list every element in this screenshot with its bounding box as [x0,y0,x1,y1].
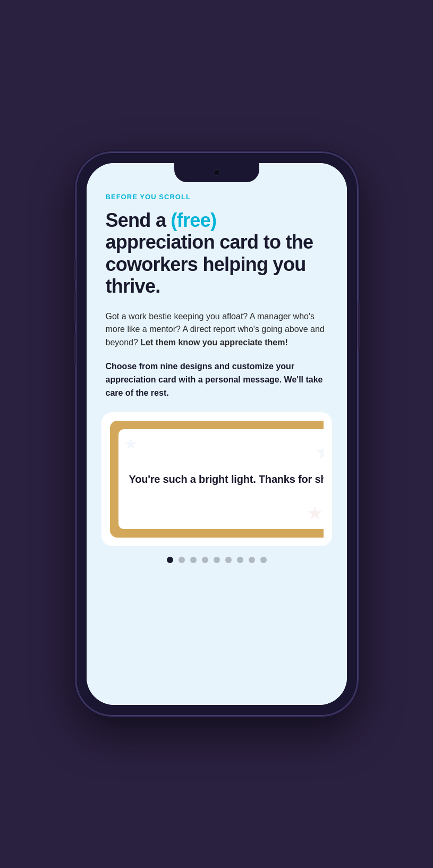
headline: Send a (free) appreciation card to the c… [106,209,328,297]
side-button-power [358,301,360,349]
star-icon-4: ★ [307,503,323,524]
star-icon-5: ★ [124,435,138,453]
card-message: You're such a bright light. Thanks for s… [129,472,324,487]
phone-screen: BEFORE YOU SCROLL Send a (free) apprecia… [87,163,347,705]
star-icon-2: ★ [315,440,324,464]
dot-3[interactable] [190,557,197,563]
dot-2[interactable] [179,557,185,563]
cta-paragraph: Choose from nine designs and customize y… [106,360,328,399]
headline-part1: Send a [106,209,171,231]
side-button-vol-up [74,291,76,322]
appreciation-card-1[interactable]: ★ ★ ★ ★ ★ You're such a bright light. Th… [110,421,324,538]
headline-part2: appreciation card to the coworkers helpi… [106,231,313,297]
dot-9[interactable] [260,557,267,563]
camera-dot [214,169,220,176]
dot-1[interactable] [167,557,173,563]
carousel-dots [106,557,328,568]
card-carousel-wrapper: ★ ★ ★ ★ ★ You're such a bright light. Th… [101,412,332,546]
body-paragraph: Got a work bestie keeping you afloat? A … [106,310,328,350]
content-area: BEFORE YOU SCROLL Send a (free) apprecia… [87,163,347,705]
headline-free: (free) [171,209,217,231]
dot-8[interactable] [249,557,255,563]
dot-5[interactable] [214,557,220,563]
dot-6[interactable] [225,557,232,563]
notch [174,163,259,182]
card-carousel[interactable]: ★ ★ ★ ★ ★ You're such a bright light. Th… [110,421,324,538]
dot-7[interactable] [237,557,243,563]
card-inner: ★ ★ ★ ★ ★ You're such a bright light. Th… [118,429,324,529]
side-button-vol-down [74,333,76,365]
dot-4[interactable] [202,557,208,563]
body-text-bold: Let them know you appreciate them! [140,338,287,347]
eyebrow-label: BEFORE YOU SCROLL [106,193,328,201]
side-button-silent [74,259,76,280]
phone-frame: BEFORE YOU SCROLL Send a (free) apprecia… [76,152,358,716]
